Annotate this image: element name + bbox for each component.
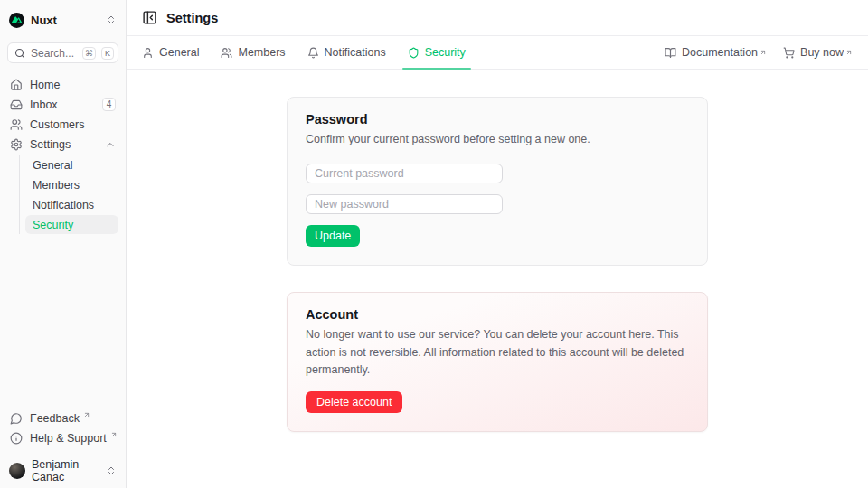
info-icon	[10, 432, 23, 445]
sidebar-menu: Home Inbox 4 Customers Settings	[7, 75, 118, 234]
user-menu[interactable]: Benjamin Canac	[7, 459, 118, 483]
sidebar-subitem-security[interactable]: Security	[25, 215, 118, 234]
shield-icon	[408, 47, 420, 59]
update-button[interactable]: Update	[306, 225, 360, 247]
sidebar-divider	[0, 455, 126, 455]
header-links: Documentation Buy now	[665, 46, 853, 59]
kbd-meta: ⌘	[82, 47, 96, 60]
bell-icon	[307, 47, 319, 59]
sidebar-subitem-label: Security	[33, 219, 73, 231]
cart-icon	[783, 47, 795, 59]
users-icon	[221, 47, 232, 59]
header-link-label: Buy now	[800, 46, 844, 59]
password-card-description: Confirm your current password before set…	[306, 131, 689, 149]
tab-members[interactable]: Members	[221, 36, 285, 69]
sidebar-subitem-label: Members	[33, 179, 80, 192]
account-card-title: Account	[306, 307, 689, 322]
tab-general[interactable]: General	[142, 36, 199, 69]
footer-link-label: Feedback	[30, 412, 80, 425]
sidebar-footer-links: Feedback Help & Support	[7, 408, 118, 455]
workspace-name: Nuxt	[31, 14, 99, 27]
sidebar-item-home[interactable]: Home	[7, 75, 118, 94]
account-card-description: No longer want to use our service? You c…	[306, 326, 689, 380]
sidebar-subitem-members[interactable]: Members	[25, 175, 118, 194]
sidebar-item-inbox[interactable]: Inbox 4	[7, 95, 118, 114]
panel-left-close-icon[interactable]	[142, 10, 157, 25]
avatar	[9, 463, 25, 479]
account-card: Account No longer want to use our servic…	[287, 292, 708, 432]
external-link-icon	[110, 431, 118, 438]
sidebar-item-label: Inbox	[30, 99, 95, 111]
sidebar-item-settings[interactable]: Settings	[7, 135, 118, 154]
password-card: Password Confirm your current password b…	[287, 97, 708, 266]
search-input[interactable]: Search... ⌘ K	[7, 42, 118, 63]
sidebar-item-label: Customers	[30, 118, 116, 131]
help-support-link[interactable]: Help & Support	[7, 428, 118, 447]
search-placeholder: Search...	[31, 47, 77, 60]
sidebar-item-label: Home	[30, 79, 116, 91]
gear-icon	[10, 138, 23, 151]
tab-notifications[interactable]: Notifications	[307, 36, 386, 69]
documentation-link[interactable]: Documentation	[665, 46, 767, 59]
kbd-k: K	[101, 47, 114, 60]
book-icon	[665, 47, 676, 59]
external-link-icon	[83, 411, 90, 418]
tab-label: Members	[238, 46, 285, 59]
inbox-icon	[10, 99, 23, 111]
feedback-link[interactable]: Feedback	[7, 408, 118, 427]
sidebar-subitem-notifications[interactable]: Notifications	[25, 195, 118, 214]
tab-label: Notifications	[325, 46, 386, 59]
tab-label: Security	[425, 46, 466, 59]
sidebar-subitem-label: Notifications	[33, 199, 94, 211]
sidebar-item-customers[interactable]: Customers	[7, 115, 118, 134]
tab-label: General	[159, 46, 199, 59]
external-link-icon	[845, 49, 853, 56]
new-password-field[interactable]	[306, 194, 503, 214]
tab-security[interactable]: Security	[408, 36, 466, 69]
search-icon	[14, 48, 25, 59]
user-icon	[142, 47, 154, 59]
workspace-switcher[interactable]: Nuxt	[7, 9, 118, 31]
app-window: Nuxt Search... ⌘ K Home	[0, 0, 868, 488]
main-panel: Settings General Members Notifications	[127, 0, 868, 488]
user-name: Benjamin Canac	[32, 458, 99, 483]
header-link-label: Documentation	[682, 46, 758, 59]
sidebar-spacer	[7, 234, 118, 408]
buy-now-link[interactable]: Buy now	[783, 46, 853, 59]
settings-security-content: Password Confirm your current password b…	[127, 70, 868, 488]
password-card-title: Password	[306, 112, 689, 127]
users-icon	[10, 118, 23, 131]
chevrons-up-down-icon	[106, 14, 117, 25]
current-password-field[interactable]	[306, 164, 503, 183]
chat-bubble-icon	[10, 412, 23, 425]
page-title: Settings	[166, 11, 218, 25]
chevrons-up-down-icon	[106, 465, 117, 476]
sidebar-item-label: Settings	[30, 138, 98, 151]
sidebar-subitem-label: General	[33, 159, 72, 172]
delete-account-button[interactable]: Delete account	[306, 391, 402, 413]
inbox-count-badge: 4	[102, 98, 116, 111]
page-header: Settings	[127, 0, 868, 36]
chevron-up-icon	[105, 139, 116, 150]
sidebar-subitem-general[interactable]: General	[25, 155, 118, 174]
external-link-icon	[760, 49, 767, 56]
settings-submenu: General Members Notifications Security	[19, 155, 118, 234]
footer-link-label: Help & Support	[30, 432, 107, 445]
tabs-bar: General Members Notifications Security	[127, 36, 868, 70]
home-icon	[10, 79, 23, 91]
nuxt-logo-icon	[9, 13, 24, 28]
sidebar: Nuxt Search... ⌘ K Home	[0, 0, 127, 488]
